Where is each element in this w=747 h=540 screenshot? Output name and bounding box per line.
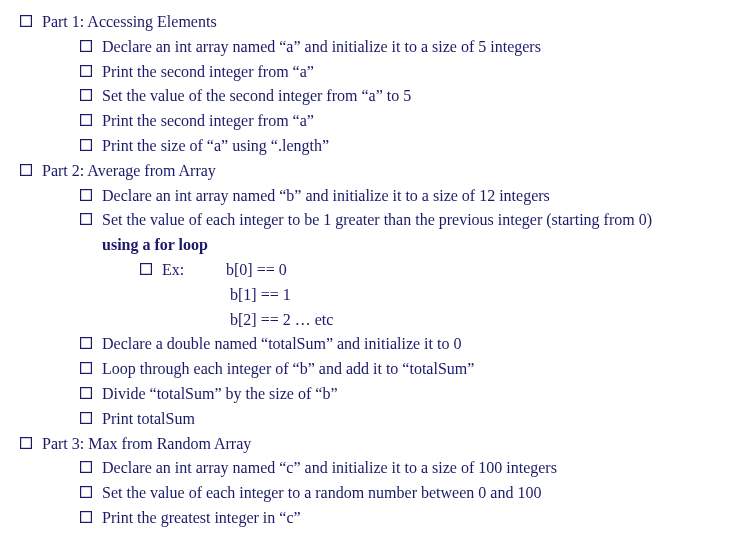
list-item: Print the size of “a” using “.length”	[80, 134, 727, 159]
item-text: Set the value of each integer to be 1 gr…	[102, 208, 727, 258]
list-item: Declare an int array named “b” and initi…	[80, 184, 727, 209]
svg-rect-28	[81, 387, 92, 398]
part-heading: Part 1: Accessing Elements	[20, 10, 727, 35]
list-item: Print the greatest integer in “c”	[80, 506, 727, 531]
bullet-icon	[80, 412, 92, 424]
svg-rect-12	[81, 115, 92, 126]
list-item: Print the second integer from “a”	[80, 109, 727, 134]
svg-rect-20	[81, 214, 92, 225]
svg-rect-32	[21, 437, 32, 448]
item-text: Declare an int array named “b” and initi…	[102, 184, 727, 209]
list-item: Declare an int array named “a” and initi…	[80, 35, 727, 60]
item-text: Print the second integer from “a”	[102, 109, 727, 134]
svg-rect-30	[81, 412, 92, 423]
item-line2: using a for loop	[102, 236, 208, 253]
svg-rect-8	[81, 65, 92, 76]
bullet-icon	[80, 139, 92, 151]
bullet-icon	[80, 511, 92, 523]
bullet-icon	[80, 65, 92, 77]
svg-rect-4	[21, 16, 32, 27]
example-item: Ex: b[0] == 0	[140, 258, 727, 283]
item-text: Declare an int array named “a” and initi…	[102, 35, 727, 60]
list-item: Print totalSum	[80, 407, 727, 432]
bullet-icon	[140, 263, 152, 275]
example-line: b[0] == 0	[226, 258, 287, 283]
bullet-icon	[20, 437, 32, 449]
bullet-icon	[80, 89, 92, 101]
item-text: Declare a double named “totalSum” and in…	[102, 332, 727, 357]
item-text: Set the value of the second integer from…	[102, 84, 727, 109]
svg-rect-36	[81, 487, 92, 498]
list-item: Divide “totalSum” by the size of “b”	[80, 382, 727, 407]
bullet-icon	[80, 387, 92, 399]
svg-rect-38	[81, 511, 92, 522]
bullet-icon	[80, 486, 92, 498]
bullet-icon	[80, 362, 92, 374]
bullet-icon	[80, 189, 92, 201]
part-heading: Part 3: Max from Random Array	[20, 432, 727, 457]
svg-rect-6	[81, 40, 92, 51]
svg-rect-34	[81, 462, 92, 473]
item-text: Print totalSum	[102, 407, 727, 432]
list-item: Set the value of the second integer from…	[80, 84, 727, 109]
example-line: b[1] == 1	[230, 283, 727, 308]
svg-rect-26	[81, 363, 92, 374]
bullet-icon	[20, 164, 32, 176]
bullet-icon	[80, 337, 92, 349]
item-line1: Set the value of each integer to be 1 gr…	[102, 211, 652, 228]
part-title: Part 3: Max from Random Array	[42, 432, 727, 457]
bullet-icon	[80, 461, 92, 473]
svg-rect-10	[81, 90, 92, 101]
part-heading: Part 2: Average from Array	[20, 159, 727, 184]
bullet-icon	[20, 15, 32, 27]
list-item: Declare a double named “totalSum” and in…	[80, 332, 727, 357]
example-label: Ex:	[162, 258, 202, 283]
part-title: Part 2: Average from Array	[42, 159, 727, 184]
list-item: Print the second integer from “a”	[80, 60, 727, 85]
item-text: Declare an int array named “c” and initi…	[102, 456, 727, 481]
bullet-icon	[80, 40, 92, 52]
part-title: Part 1: Accessing Elements	[42, 10, 727, 35]
item-text: Loop through each integer of “b” and add…	[102, 357, 727, 382]
svg-rect-24	[81, 338, 92, 349]
list-item: Loop through each integer of “b” and add…	[80, 357, 727, 382]
svg-rect-14	[81, 139, 92, 150]
svg-rect-16	[21, 164, 32, 175]
list-item: Declare an int array named “c” and initi…	[80, 456, 727, 481]
example-text: Ex: b[0] == 0	[162, 258, 727, 283]
item-text: Print the size of “a” using “.length”	[102, 134, 727, 159]
list-item: Set the value of each integer to be 1 gr…	[80, 208, 727, 258]
svg-rect-18	[81, 189, 92, 200]
bullet-icon	[80, 114, 92, 126]
item-text: Print the second integer from “a”	[102, 60, 727, 85]
item-text: Divide “totalSum” by the size of “b”	[102, 382, 727, 407]
svg-rect-22	[141, 263, 152, 274]
bullet-icon	[80, 213, 92, 225]
list-item: Set the value of each integer to a rando…	[80, 481, 727, 506]
item-text: Print the greatest integer in “c”	[102, 506, 727, 531]
item-text: Set the value of each integer to a rando…	[102, 481, 727, 506]
example-line: b[2] == 2 … etc	[230, 308, 727, 333]
